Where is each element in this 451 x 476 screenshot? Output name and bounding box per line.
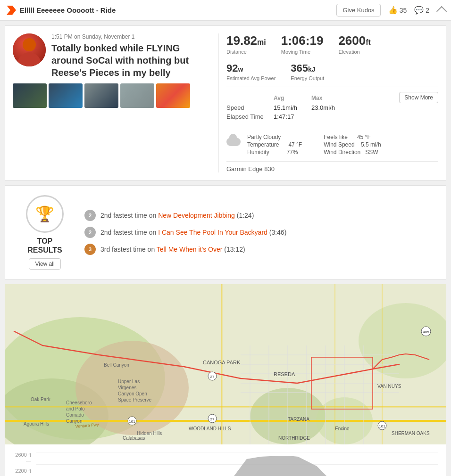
header-bar: Elllll Eeeeeee Ooooott - Ride Give Kudos… <box>0 0 451 21</box>
svg-text:WOODLAND HILLS: WOODLAND HILLS <box>189 426 231 431</box>
collapse-icon[interactable] <box>436 6 447 16</box>
result-link-1[interactable]: New Development Jibbing <box>158 212 235 219</box>
result-text-2: 2nd fastest time on I Can See The Pool I… <box>100 229 286 236</box>
photo-4[interactable] <box>120 83 154 108</box>
stat-power: 92w Estimated Avg Power <box>226 62 276 81</box>
temp-label: Temperature <box>247 141 279 148</box>
photo-5[interactable] <box>156 83 190 108</box>
power-value: 92w <box>226 62 276 74</box>
medal-silver-1: 2 <box>84 210 96 221</box>
stat-moving-time: 1:06:19 Moving Time <box>281 33 324 55</box>
wind-speed-label: Wind Speed <box>324 141 354 148</box>
speed-row: Speed 15.1mi/h 23.0mi/h <box>226 104 438 111</box>
svg-text:Encino: Encino <box>335 426 350 431</box>
svg-text:Virgenes: Virgenes <box>118 385 136 390</box>
svg-text:Canyon Open: Canyon Open <box>118 391 147 396</box>
speed-max: 23.0mi/h <box>311 104 349 111</box>
activity-datetime: 1:51 PM on Sunday, November 1 <box>51 33 211 40</box>
show-more-button[interactable]: Show More <box>399 92 438 103</box>
top-results-label: TOPRESULTS <box>27 237 62 254</box>
weather-icon <box>226 134 243 151</box>
header-right: Give Kudos 👍 35 💬 2 <box>336 4 444 16</box>
result-link-3[interactable]: Tell Me When it's Over <box>157 246 223 253</box>
svg-text:405: 405 <box>423 330 429 334</box>
elevation-chart-area <box>36 452 438 476</box>
svg-text:Comado: Comado <box>66 412 84 418</box>
weather-section: Partly Cloudy Temperature 47 °F Humidity… <box>226 134 438 156</box>
energy-label: Energy Output <box>291 75 324 81</box>
user-section: 1:51 PM on Sunday, November 1 Totally bo… <box>13 33 211 79</box>
svg-text:VAN NUYS: VAN NUYS <box>377 384 401 389</box>
activity-card: 1:51 PM on Sunday, November 1 Totally bo… <box>5 25 446 181</box>
stats-primary-row: 19.82mi Distance 1:06:19 Moving Time 260… <box>226 33 438 55</box>
stats-secondary-row: 92w Estimated Avg Power 365kJ Energy Out… <box>226 62 438 87</box>
thumbs-up-icon: 👍 <box>388 6 398 15</box>
svg-text:CANOGA PARK: CANOGA PARK <box>203 360 241 365</box>
energy-value: 365kJ <box>291 62 324 74</box>
svg-text:101: 101 <box>379 424 385 428</box>
svg-marker-62 <box>36 456 438 476</box>
temp-value: 47 °F <box>288 141 302 148</box>
activity-stats-panel: 19.82mi Distance 1:06:19 Moving Time 260… <box>218 33 438 172</box>
svg-text:Cheeseboro: Cheeseboro <box>66 400 92 405</box>
feels-like-row: Feels like 45 °F <box>324 134 381 140</box>
svg-text:Upper Las: Upper Las <box>118 379 140 384</box>
power-label: Estimated Avg Power <box>226 75 276 81</box>
speed-avg: 15.1mi/h <box>274 104 311 111</box>
humidity-value: 77% <box>286 149 298 156</box>
map-section[interactable]: CANOGA PARK NORTHRIDGE WOODLAND HILLS Be… <box>5 284 446 444</box>
wind-direction-row: Wind Direction SSW <box>324 149 381 156</box>
elevation-value: 2600ft <box>338 33 371 48</box>
speed-label: Speed <box>226 104 274 111</box>
photo-3[interactable] <box>84 83 118 108</box>
give-kudos-button[interactable]: Give Kudos <box>336 4 380 16</box>
strava-logo-icon <box>7 6 16 15</box>
svg-text:101: 101 <box>129 419 135 424</box>
elevation-y-labels: 2600 ft — 2200 ft 1800 ft 1400 ft 0 ft <box>13 452 34 476</box>
elapsed-time-label: Elapsed Time <box>226 113 274 120</box>
elevation-section: 2600 ft — 2200 ft 1800 ft 1400 ft 0 ft <box>5 444 446 476</box>
activity-left-panel: 1:51 PM on Sunday, November 1 Totally bo… <box>13 33 211 172</box>
result-item-2: 2 2nd fastest time on I Can See The Pool… <box>84 227 434 238</box>
result-item-1: 2 2nd fastest time on New Development Ji… <box>84 210 434 221</box>
elevation-label: Elevation <box>338 49 371 55</box>
svg-text:27: 27 <box>210 375 215 379</box>
photo-1[interactable] <box>13 83 47 108</box>
distance-label: Distance <box>226 49 266 55</box>
svg-text:and Palo: and Palo <box>66 406 85 411</box>
result-text-3: 3rd fastest time on Tell Me When it's Ov… <box>100 246 245 253</box>
distance-value: 19.82mi <box>226 33 266 48</box>
svg-text:27: 27 <box>210 417 215 421</box>
stats-detail-table: Avg Max Show More Speed 15.1mi/h 23.0mi/… <box>226 93 438 128</box>
col-avg-header: Avg <box>274 95 311 101</box>
weather-temp-row: Temperature 47 °F <box>247 141 302 148</box>
photo-2[interactable] <box>49 83 83 108</box>
y-label-2200: 2200 ft <box>13 468 31 474</box>
weather-condition: Partly Cloudy <box>247 134 302 140</box>
view-all-button[interactable]: View all <box>29 258 60 270</box>
moving-time-label: Moving Time <box>281 49 324 55</box>
stat-energy: 365kJ Energy Output <box>291 62 324 81</box>
trophy-section: 🏆 TOPRESULTS View all <box>17 195 73 270</box>
humidity-label: Humidity <box>247 149 269 156</box>
stats-header-row: Avg Max Show More <box>226 93 438 103</box>
wind-speed-row: Wind Speed 5.5 mi/h <box>324 141 381 148</box>
results-list: 2 2nd fastest time on New Development Ji… <box>84 210 434 255</box>
elevation-chart-wrapper: 2600 ft — 2200 ft 1800 ft 1400 ft 0 ft <box>13 452 438 476</box>
elapsed-time-row: Elapsed Time 1:47:17 <box>226 113 438 120</box>
medal-silver-2: 2 <box>84 227 96 238</box>
activity-photos <box>13 83 211 108</box>
wind-direction-label: Wind Direction <box>324 149 360 156</box>
result-link-2[interactable]: I Can See The Pool In Your Backyard <box>158 229 267 236</box>
svg-text:Calabasas: Calabasas <box>123 435 145 441</box>
svg-text:Space Preserve: Space Preserve <box>118 397 152 402</box>
elevation-svg <box>36 452 438 476</box>
result-text-1: 2nd fastest time on New Development Jibb… <box>100 212 254 219</box>
stat-elevation: 2600ft Elevation <box>338 33 371 55</box>
feels-like-value: 45 °F <box>357 134 371 140</box>
weather-left: Partly Cloudy Temperature 47 °F Humidity… <box>247 134 302 156</box>
moving-time-value: 1:06:19 <box>281 33 324 48</box>
comments-count: 💬 2 <box>414 6 429 15</box>
trophy-circle: 🏆 <box>26 195 64 233</box>
comment-icon: 💬 <box>414 6 424 15</box>
